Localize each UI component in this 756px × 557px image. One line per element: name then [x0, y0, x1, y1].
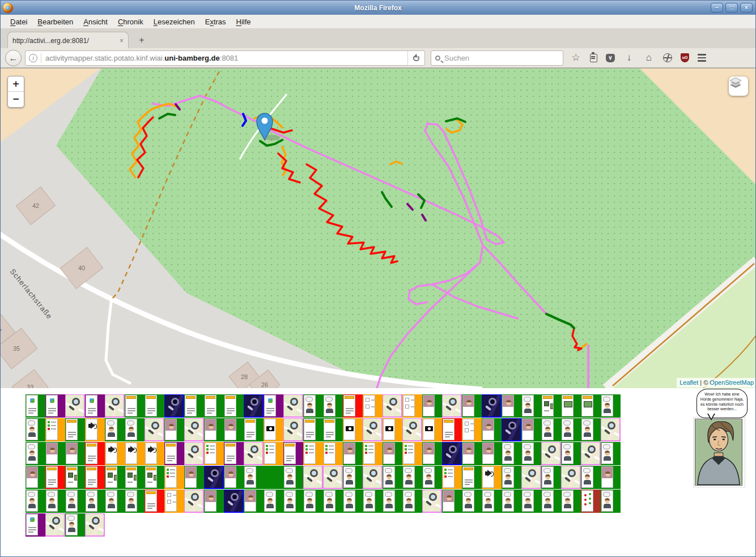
activity-tile-map-magnifier[interactable]: [184, 442, 204, 465]
activity-tile-map-magnifier[interactable]: [303, 466, 323, 489]
activity-tile-photo-page[interactable]: [65, 466, 85, 489]
activity-tile-yellow-header-page[interactable]: [164, 442, 184, 465]
new-tab-button[interactable]: +: [134, 34, 149, 46]
activity-tile-yellow-header-page[interactable]: [184, 394, 204, 418]
activity-tile-avatar-speech-bubble[interactable]: [363, 490, 383, 513]
activity-tile-info-page[interactable]: [264, 394, 283, 418]
activity-tile-map-magnifier[interactable]: [402, 418, 422, 441]
activity-tile-checklist[interactable]: [363, 442, 383, 465]
activity-tile-dark-map-magnifier[interactable]: [204, 466, 224, 489]
activity-tile-yellow-header-page[interactable]: [85, 466, 105, 489]
activity-tile-avatar-speech-bubble[interactable]: [521, 490, 541, 513]
activity-tile-avatar-speech-bubble[interactable]: [541, 490, 561, 513]
activity-tile-checklist[interactable]: [164, 466, 184, 489]
activity-tile-map-magnifier[interactable]: [422, 490, 442, 513]
activity-tile-photo-page[interactable]: [105, 466, 125, 489]
activity-tile-camera[interactable]: [343, 418, 363, 441]
activity-tile-avatar-speech-bubble[interactable]: [561, 418, 581, 441]
activity-tile-map-magnifier[interactable]: [363, 466, 383, 489]
activity-tile-checklist[interactable]: [204, 442, 224, 465]
activity-tile-avatar-speech-bubble[interactable]: [422, 466, 442, 489]
menu-extras[interactable]: Extras: [200, 16, 231, 28]
activity-tile-avatar-speech-bubble[interactable]: [26, 490, 45, 513]
zoom-out-button[interactable]: −: [8, 92, 24, 107]
menu-bearbeiten[interactable]: Bearbeiten: [32, 16, 78, 28]
site-info-icon[interactable]: i: [29, 54, 37, 62]
activity-tile-photo-page[interactable]: [541, 394, 561, 418]
activity-tile-yellow-header-page[interactable]: [283, 442, 303, 465]
activity-tile-map-magnifier[interactable]: [363, 418, 383, 441]
activity-tile-avatar-speech-bubble[interactable]: [601, 442, 621, 465]
activity-tile-avatar-speech-bubble[interactable]: [65, 513, 85, 537]
activity-tile-yellow-header-page[interactable]: [343, 394, 363, 418]
activity-tile-avatar-plain[interactable]: [224, 466, 244, 489]
activity-tile-map-magnifier[interactable]: [283, 418, 303, 441]
pocket-icon[interactable]: ∨: [606, 54, 615, 62]
leaflet-map[interactable]: 42403537332826 Scherlachstraße + − Leafl…: [1, 68, 756, 388]
activity-tile-avatar-speech-bubble[interactable]: [105, 490, 125, 513]
activity-tile-speaker[interactable]: [105, 442, 125, 465]
reload-button[interactable]: [407, 51, 424, 65]
activity-tile-checklist[interactable]: [45, 418, 65, 441]
activity-tile-form-wireframe[interactable]: [402, 394, 422, 418]
activity-tile-speaker[interactable]: [482, 466, 502, 489]
activity-tile-avatar-speech-bubble[interactable]: [601, 394, 621, 418]
activity-tile-map-magnifier[interactable]: [521, 466, 541, 489]
activity-tile-avatar-speech-bubble[interactable]: [303, 490, 323, 513]
activity-tile-dark-map-magnifier[interactable]: [164, 394, 184, 418]
activity-tile-map-magnifier[interactable]: [323, 466, 343, 489]
activity-tile-yellow-header-page[interactable]: [323, 418, 343, 441]
activity-tile-camera[interactable]: [264, 418, 283, 441]
activity-tile-map-magnifier[interactable]: [184, 490, 204, 513]
activity-tile-yellow-header-page[interactable]: [244, 418, 264, 441]
activity-tile-avatar-plain[interactable]: [462, 394, 482, 418]
activity-tile-avatar-speech-bubble[interactable]: [502, 490, 521, 513]
bookmarks-menu-icon[interactable]: [590, 54, 597, 62]
activity-tile-avatar-plain[interactable]: [204, 418, 224, 441]
bookmark-star-icon[interactable]: ☆: [570, 52, 581, 63]
activity-tile-speaker[interactable]: [85, 418, 105, 441]
activity-tile-avatar-speech-bubble[interactable]: [521, 394, 541, 418]
hamburger-menu-icon[interactable]: [698, 54, 706, 61]
activity-tile-yellow-header-page[interactable]: [85, 442, 105, 465]
activity-tile-camera[interactable]: [422, 418, 442, 441]
activity-tile-dark-map-magnifier[interactable]: [502, 418, 521, 441]
activity-tile-yellow-header-page[interactable]: [462, 466, 482, 489]
activity-tile-avatar-speech-bubble[interactable]: [125, 490, 145, 513]
activity-tile-avatar-plain[interactable]: [204, 490, 224, 513]
activity-tile-speaker[interactable]: [125, 442, 145, 465]
activity-tile-avatar-plain[interactable]: [442, 490, 462, 513]
activity-tile-map-magnifier[interactable]: [244, 442, 264, 465]
activity-tile-avatar-speech-bubble[interactable]: [45, 490, 65, 513]
activity-tile-info-page[interactable]: [45, 394, 65, 418]
activity-tile-avatar-plain[interactable]: [601, 466, 621, 489]
activity-tile-avatar-speech-bubble[interactable]: [323, 490, 343, 513]
activity-tile-map-magnifier[interactable]: [85, 513, 105, 537]
activity-tile-avatar-speech-bubble[interactable]: [601, 490, 621, 513]
osm-link[interactable]: OpenStreetMap: [710, 379, 754, 386]
activity-tile-map-magnifier[interactable]: [383, 394, 402, 418]
active-tab[interactable]: http://activi...erg.de:8081/ ×: [7, 32, 129, 49]
activity-tile-map-magnifier[interactable]: [442, 394, 462, 418]
activity-tile-avatar-plain[interactable]: [244, 490, 264, 513]
activity-tile-avatar-speech-bubble[interactable]: [26, 418, 45, 441]
activity-tile-avatar-speech-bubble[interactable]: [462, 490, 482, 513]
activity-tile-yellow-header-page[interactable]: [204, 394, 224, 418]
activity-tile-avatar-plain[interactable]: [502, 394, 521, 418]
activity-tile-avatar-speech-bubble[interactable]: [264, 490, 283, 513]
activity-tile-avatar-speech-bubble[interactable]: [482, 490, 502, 513]
tab-close-icon[interactable]: ×: [120, 37, 124, 45]
activity-tile-avatar-speech-bubble[interactable]: [65, 490, 85, 513]
activity-tile-photo-wide-page[interactable]: [581, 394, 601, 418]
activity-tile-photo-wide-page[interactable]: [561, 394, 581, 418]
search-bar[interactable]: Suchen: [431, 50, 563, 66]
activity-tile-avatar-speech-bubble[interactable]: [105, 418, 125, 441]
activity-tile-avatar-plain[interactable]: [422, 394, 442, 418]
menu-datei[interactable]: Datei: [5, 16, 32, 28]
activity-tile-yellow-header-page[interactable]: [65, 418, 85, 441]
activity-tile-photo-page[interactable]: [145, 466, 164, 489]
activity-tile-avatar-speech-bubble[interactable]: [581, 466, 601, 489]
activity-tile-avatar-speech-bubble[interactable]: [581, 418, 601, 441]
activity-tile-avatar-speech-bubble[interactable]: [521, 442, 541, 465]
activity-tile-avatar-speech-bubble[interactable]: [26, 442, 45, 465]
